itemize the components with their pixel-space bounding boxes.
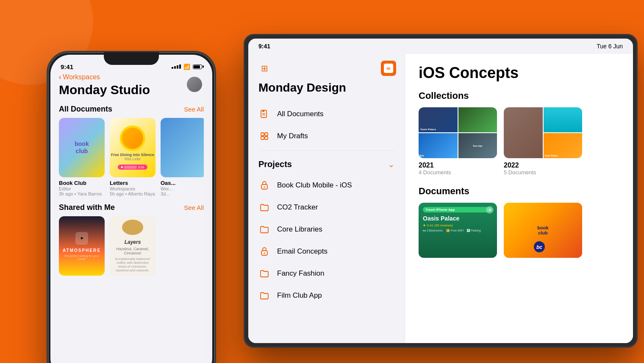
iphone-content: ‹ Workspaces Monday Studio All Documents… [50, 73, 212, 276]
document-book-club[interactable]: bookclub bc [504, 203, 582, 258]
ipad-status-bar: 9:41 Tue 6 Jun [248, 39, 633, 54]
project-label-1: CO2 Tracker [277, 203, 318, 212]
drafts-icon [258, 130, 270, 142]
collection-2022[interactable]: Oasis Palace 2022 5 Documents [504, 107, 582, 176]
thumb-orange-cell: Oasis Palace [544, 133, 583, 158]
shared-card-layers[interactable]: Layers Hazelnut, Caramel, Cinnamon Excep… [110, 216, 155, 276]
iphone-screen: 9:41 📶 [50, 55, 212, 363]
folder-icon-4 [258, 268, 270, 279]
collection-2022-mosaic: Oasis Palace [504, 107, 582, 158]
travel-badge: Travel iPhone App [423, 207, 493, 212]
sidebar-panel-button[interactable]: ⊞ [257, 61, 272, 76]
doc-card-letters[interactable]: Free Diving into SilenceRita Leite ▶ |||… [110, 118, 155, 196]
book-club-2-thumbnail: bookclub bc [504, 203, 582, 258]
letters-thumbnail: Free Diving into SilenceRita Leite ▶ |||… [110, 118, 155, 177]
svg-rect-4 [261, 133, 264, 136]
shared-card-atmosphere[interactable]: ✦ ATMOSPHERE the perfect setting for you… [59, 216, 105, 276]
all-documents-see-all[interactable]: See All [184, 106, 204, 113]
doc-card-name-0: Book Club [59, 180, 105, 186]
chevron-left-icon: ‹ [59, 73, 61, 81]
layers-title-text: Layers [125, 239, 141, 245]
collections-heading: Collections [419, 90, 619, 101]
back-nav[interactable]: ‹ Workspaces [59, 73, 204, 81]
thumb-bali-cell: Bali [419, 133, 458, 158]
sidebar-item-my-drafts[interactable]: My Drafts [248, 125, 405, 147]
oasis-palace-label: Oasis Palace [423, 215, 493, 222]
svg-text:bc: bc [536, 244, 542, 250]
amenity-bedrooms: 🛏 3 Bedrooms [423, 229, 443, 232]
sidebar-item-core-libraries[interactable]: Core Libraries [248, 218, 405, 240]
sidebar-top-icons: ⊞ m [248, 61, 405, 81]
amenity-parking: 🅿 Parking [467, 229, 481, 232]
ipad-time: 9:41 [258, 43, 270, 50]
avatar[interactable] [187, 77, 202, 92]
workspace-title: Monday Studio [59, 83, 204, 97]
close-icon: ✕ [488, 208, 491, 212]
document-book-club-thumb: bookclub bc [504, 203, 582, 258]
ipad-device: 9:41 Tue 6 Jun ⊞ m Monday Design [244, 34, 638, 348]
ipad-sidebar: ⊞ m Monday Design [248, 54, 405, 343]
doc-card-meta-0: Editor 3h ago • Yara Barros [59, 186, 105, 196]
shared-cards: ✦ ATMOSPHERE the perfect setting for you… [59, 216, 204, 276]
sidebar-item-fancy-fashion[interactable]: Fancy Fashion [248, 262, 405, 285]
collection-2022-year: 2022 [504, 162, 582, 169]
collection-2021-thumb: Oasis Palace Bali Your trips [419, 107, 497, 158]
sidebar-item-all-documents[interactable]: All Documents [248, 103, 405, 125]
document-travel-iphone[interactable]: Travel iPhone App Oasis Palace ★ 4.41 (5… [419, 203, 497, 258]
atmosphere-text: ATMOSPHERE [63, 248, 101, 253]
back-label[interactable]: Workspaces [63, 73, 100, 81]
documents-heading: Documents [419, 186, 619, 197]
folder-icon-2 [258, 223, 270, 235]
sidebar-workspace-title: Monday Design [248, 81, 405, 103]
thumb-teal-cell [544, 107, 583, 132]
collection-2022-count: 5 Documents [504, 169, 582, 176]
collection-2021-count: 4 Documents [419, 169, 497, 176]
collections-grid: Oasis Palace Bali Your trips 2021 4 Docu… [419, 107, 619, 176]
hotel-amenities: 🛏 3 Bedrooms 📶 Free WiFi 🅿 Parking [423, 229, 493, 232]
project-label-0: Book Club Mobile - iOS [277, 181, 352, 190]
ipad-screen: 9:41 Tue 6 Jun ⊞ m Monday Design [248, 39, 633, 343]
thumb-verde-cell [458, 107, 497, 132]
sidebar-divider [258, 151, 394, 151]
shared-section: Shared with Me See All ✦ ATMOSPHERE the … [59, 203, 204, 276]
doc-card-thumb-book-club: bookclub [59, 118, 105, 177]
collection-2021-mosaic: Oasis Palace Bali Your trips [419, 107, 497, 158]
all-documents-header: All Documents See All [59, 105, 204, 114]
monday-logo-button[interactable]: m [381, 61, 396, 76]
wifi-icon: 📶 [183, 64, 190, 70]
collection-2022-thumb: Oasis Palace [504, 107, 582, 158]
all-documents-nav-label: All Documents [277, 110, 324, 118]
documents-grid: Travel iPhone App Oasis Palace ★ 4.41 (5… [419, 203, 619, 258]
sidebar-item-email-concepts[interactable]: Email Concepts [248, 240, 405, 262]
iphone-frame: 9:41 📶 [47, 51, 216, 363]
svg-rect-6 [261, 137, 264, 140]
sidebar-item-co2-tracker[interactable]: CO2 Tracker [248, 196, 405, 218]
panel-layout-icon: ⊞ [261, 63, 268, 73]
layers-thumbnail: Layers Hazelnut, Caramel, Cinnamon Excep… [110, 216, 155, 276]
amenity-wifi: 📶 Free WiFi [446, 229, 464, 232]
svg-rect-7 [265, 137, 268, 140]
thumb-herbs-cell [504, 107, 543, 158]
doc-card-meta-1: Workspaces 5h ago • Alberto Raya [110, 186, 155, 196]
shared-see-all[interactable]: See All [184, 204, 204, 211]
doc-card-name-1: Letters [110, 180, 155, 186]
sidebar-item-film-club-app[interactable]: Film Club App [248, 285, 405, 307]
projects-header[interactable]: Projects ⌄ [248, 154, 405, 174]
doc-card-oasis[interactable]: Oas... Wor... 3d... [161, 118, 204, 196]
ipad-main-content: iOS Concepts Collections Oasis Palace [405, 54, 633, 343]
project-label-5: Film Club App [277, 291, 322, 300]
battery-icon [193, 64, 202, 69]
doc-card-book-club[interactable]: bookclub Book Club Editor 3h ago • Yara … [59, 118, 105, 196]
signal-bars-icon [172, 64, 181, 69]
sidebar-item-book-club-mobile[interactable]: Book Club Mobile - iOS [248, 174, 405, 196]
page-title: iOS Concepts [419, 64, 619, 82]
oasis-thumbnail [161, 118, 204, 177]
all-documents-label: All Documents [59, 105, 112, 114]
travel-iphone-thumbnail: Travel iPhone App Oasis Palace ★ 4.41 (5… [419, 203, 497, 258]
atmosphere-thumbnail: ✦ ATMOSPHERE the perfect setting for you… [59, 216, 105, 276]
iphone-status-icons: 📶 [172, 64, 202, 70]
collection-2021[interactable]: Oasis Palace Bali Your trips 2021 4 Docu… [419, 107, 497, 176]
shared-label: Shared with Me [59, 203, 115, 212]
svg-point-11 [264, 253, 265, 254]
close-button[interactable]: ✕ [486, 206, 494, 214]
